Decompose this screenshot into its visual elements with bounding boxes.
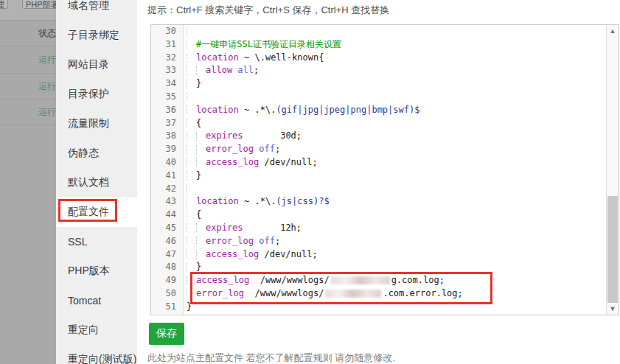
- sidebar-item-label: 网站目录: [68, 58, 109, 71]
- save-button[interactable]: 保存: [149, 323, 184, 345]
- code-line-content: {: [184, 117, 606, 130]
- sidebar-item-label: 域名管理: [68, 0, 109, 13]
- config-file-panel: 提示：Ctrl+F 搜索关键字，Ctrl+S 保存，Ctrl+H 查找替换 30…: [137, 0, 620, 364]
- tab-indent-mark: [196, 158, 206, 167]
- code-segment: g.com.log;: [391, 275, 445, 285]
- redacted-domain: [325, 290, 381, 298]
- scrollbar-track[interactable]: [607, 37, 619, 303]
- status-cell: 运行: [38, 80, 56, 93]
- sidebar-item-9[interactable]: PHP版本: [56, 256, 137, 286]
- code-line-content: }: [184, 261, 606, 274]
- line-number: 46: [151, 235, 184, 248]
- tab-indent-mark: [187, 197, 196, 206]
- scroll-up-arrow[interactable]: ▲: [607, 25, 619, 37]
- sidebar-item-3[interactable]: 目录保护: [56, 80, 137, 109]
- code-segment: /dev/null;: [259, 157, 317, 167]
- sidebar-item-0[interactable]: 域名管理: [56, 0, 137, 21]
- line-number: 30: [151, 25, 184, 38]
- sidebar-item-4[interactable]: 流量限制: [56, 109, 137, 139]
- sidebar-item-1[interactable]: 子目录绑定: [56, 21, 137, 50]
- code-segment: all: [237, 65, 254, 75]
- code-area[interactable]: 30 31 #一键申请SSL证书验证目录相关设置 32 location ~ \…: [151, 25, 606, 315]
- sidebar-item-2[interactable]: 网站目录: [56, 50, 137, 80]
- code-line-content: location ~ \.well-known{: [184, 52, 606, 65]
- status-cell: 运行: [38, 106, 56, 119]
- code-line: 44 {: [151, 209, 606, 222]
- line-number: 33: [151, 64, 184, 77]
- sidebar-item-11[interactable]: 重定向: [56, 315, 137, 345]
- tab-indent-mark: [196, 250, 206, 259]
- editor-scrollbar[interactable]: ▲ ▼: [606, 25, 619, 315]
- sidebar-item-label: 目录保护: [68, 88, 109, 101]
- line-number: 42: [151, 183, 184, 196]
- code-line: 32 location ~ \.well-known{: [151, 52, 606, 65]
- sidebar-item-7[interactable]: 配置文件: [56, 197, 137, 227]
- code-line: 41 }: [151, 169, 606, 183]
- line-number: 36: [151, 104, 184, 117]
- line-number: 49: [151, 274, 184, 287]
- code-segment: /www/wwwlogs/: [249, 275, 329, 285]
- code-segment: access_log: [196, 275, 249, 285]
- code-line-content: location ~ .*\.(js|css)?$: [184, 195, 606, 209]
- code-line-content: }: [184, 77, 606, 91]
- code-segment: ~ .*\.: [239, 196, 276, 206]
- sidebar-item-12[interactable]: 重定向(测试版): [56, 345, 137, 364]
- code-segment: location: [196, 196, 239, 206]
- line-number: 47: [151, 248, 184, 262]
- code-segment: ;: [275, 236, 280, 246]
- footer-warning-text: 此处为站点主配置文件 若您不了解配置规则 请勿随意修改.: [147, 351, 395, 364]
- scrollbar-thumb[interactable]: [607, 196, 618, 303]
- line-number: 37: [151, 117, 184, 130]
- background-tab: 理: [0, 0, 8, 9]
- sidebar-item-label: 配置文件: [68, 206, 109, 219]
- sidebar-item-6[interactable]: 默认文档: [56, 168, 137, 197]
- line-number: 40: [151, 156, 184, 169]
- code-line-content: error_log /www/wwwlogs/.com.error.log;: [184, 287, 606, 301]
- code-segment: }: [196, 262, 201, 272]
- code-segment: ~ .*\.: [239, 105, 276, 115]
- sidebar-item-5[interactable]: 伪静态: [56, 139, 137, 168]
- tab-indent-mark: [196, 223, 206, 232]
- sidebar-item-label: SSL: [68, 236, 87, 248]
- code-segment: 12h;: [243, 223, 302, 233]
- code-line: 46 error_log off;: [151, 235, 606, 248]
- code-segment: location: [196, 105, 239, 115]
- code-segment: }: [196, 170, 201, 181]
- code-line: 35: [151, 91, 606, 104]
- sidebar-item-label: PHP版本: [68, 265, 110, 278]
- line-number: 35: [151, 91, 184, 104]
- sidebar-item-label: 重定向: [68, 323, 99, 337]
- code-line-content: access_log /dev/null;: [184, 248, 606, 262]
- line-number: 32: [151, 52, 184, 65]
- line-number: 51: [151, 301, 184, 314]
- sidebar-item-10[interactable]: Tomcat: [56, 286, 137, 315]
- code-segment: 30d;: [243, 130, 302, 141]
- scroll-down-arrow[interactable]: ▼: [607, 303, 619, 315]
- tab-indent-mark: [187, 80, 196, 88]
- status-cell: 运行: [38, 54, 56, 66]
- tab-indent-mark: [196, 145, 206, 154]
- tab-indent-mark: [187, 237, 196, 245]
- sidebar-item-label: 重定向(测试版): [68, 353, 136, 364]
- config-file-editor[interactable]: 30 31 #一键申请SSL证书验证目录相关设置 32 location ~ \…: [150, 24, 619, 315]
- line-number: 31: [151, 38, 184, 52]
- tab-indent-mark: [196, 132, 206, 141]
- line-number: 44: [151, 209, 184, 222]
- tab-indent-mark: [187, 289, 196, 298]
- code-segment: }: [187, 301, 192, 312]
- code-segment: off: [259, 144, 275, 154]
- code-line: 39 error_log off;: [151, 143, 606, 156]
- tab-indent-mark: [187, 184, 196, 193]
- tab-indent-mark: [187, 53, 196, 62]
- code-line-content: {: [184, 209, 606, 222]
- site-settings-sidebar: 域名管理 子目录绑定 网站目录 目录保护 流量限制 伪静态 默认文档 配置文件 …: [56, 0, 137, 364]
- code-line: 37 {: [151, 117, 606, 130]
- code-line-content: [184, 183, 606, 196]
- tab-indent-mark: [187, 145, 196, 154]
- sidebar-item-8[interactable]: SSL: [56, 227, 137, 256]
- code-segment: location: [196, 52, 239, 63]
- sidebar-item-label: 伪静态: [68, 147, 99, 160]
- line-number: 45: [151, 222, 184, 235]
- code-line-content: access_log /www/wwwlogs/g.com.log;: [184, 274, 606, 287]
- code-segment: allow: [206, 65, 232, 75]
